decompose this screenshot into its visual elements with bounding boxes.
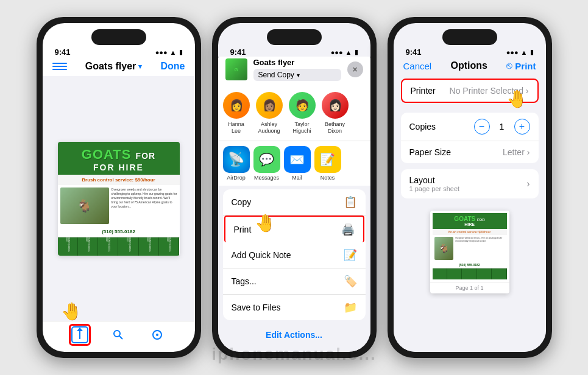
chevron-icon: ▾ bbox=[138, 63, 142, 71]
cancel-button[interactable]: Cancel bbox=[403, 61, 432, 71]
layout-sub: 1 page per sheet bbox=[409, 185, 460, 192]
flyer-strip-5: GOATS (510)555-0182 bbox=[139, 237, 159, 256]
signal-icon-2: ●●● bbox=[331, 49, 343, 56]
mail-label: Mail bbox=[292, 175, 302, 181]
preview-strip-1 bbox=[433, 268, 447, 279]
paper-size-value: Letter › bbox=[503, 147, 530, 157]
preview-subtitle: Brush control service: $80/hour bbox=[433, 229, 507, 235]
copies-decrement[interactable]: − bbox=[474, 119, 490, 135]
preview-image: 🐐 bbox=[434, 237, 454, 260]
flyer-strip-1: GOATS (510)555-0182 bbox=[58, 237, 78, 256]
layout-section: Layout 1 page per sheet › bbox=[401, 169, 539, 198]
preview-phone: (510) 555-0182 bbox=[433, 262, 507, 268]
person-4[interactable]: 👩🏻 BethanyDixon bbox=[322, 92, 349, 135]
print-button[interactable]: Print bbox=[515, 61, 536, 71]
share-title-area: Goats flyer Send Copy ▾ bbox=[253, 58, 341, 81]
copies-row: Copies − 1 + bbox=[401, 113, 539, 141]
person-1[interactable]: 👩 HannaLee bbox=[223, 92, 250, 135]
layout-label: Layout bbox=[409, 175, 460, 185]
app-airdrop[interactable]: 📡 AirDrop bbox=[223, 146, 250, 181]
paper-size-label: Paper Size bbox=[409, 147, 451, 157]
paper-size-row[interactable]: Paper Size Letter › bbox=[401, 141, 539, 163]
copies-count: 1 bbox=[496, 122, 508, 131]
location-button[interactable] bbox=[149, 326, 166, 343]
battery-icon-3: ▮ bbox=[530, 48, 534, 56]
status-bar-3: 9:41 ●●● ▲ ▮ bbox=[394, 45, 546, 57]
flyer-body: 🐐 Overgrown weeds and shrubs can be chal… bbox=[58, 185, 180, 226]
mail-icon: ✉️ bbox=[284, 146, 311, 173]
status-icons-3: ●●● ▲ ▮ bbox=[506, 48, 534, 56]
notes-label: Notes bbox=[321, 175, 335, 181]
flyer-strip-2: GOATS (510)555-0182 bbox=[78, 237, 98, 256]
person-name-1: HannaLee bbox=[228, 121, 244, 135]
preview-hire: HIRE bbox=[435, 222, 505, 226]
battery-icon: ▮ bbox=[179, 48, 183, 56]
preview-strip-5 bbox=[492, 268, 506, 279]
app-mail[interactable]: ✉️ Mail bbox=[284, 146, 311, 181]
list-icon[interactable] bbox=[52, 60, 67, 72]
flyer-strip-3: GOATS (510)555-0182 bbox=[98, 237, 118, 256]
app-messages[interactable]: 💬 Messages bbox=[253, 146, 280, 181]
apps-row: 📡 AirDrop 💬 Messages ✉️ Mail 📝 Notes bbox=[218, 141, 370, 186]
tags-label: Tags... bbox=[232, 276, 257, 286]
printer-row[interactable]: Printer No Printer Selected › bbox=[402, 80, 537, 102]
time-2: 9:41 bbox=[230, 47, 246, 57]
status-bar-1: 9:41 ●●● ▲ ▮ bbox=[43, 45, 195, 57]
chevron-down-icon: ▾ bbox=[297, 72, 300, 79]
preview-body: 🐐 Overgrown weeds and shrubs... Hire our… bbox=[433, 235, 507, 262]
wifi-icon-3: ▲ bbox=[521, 49, 528, 56]
close-button[interactable]: × bbox=[347, 61, 363, 77]
share-button[interactable] bbox=[71, 326, 88, 343]
edit-actions-button[interactable]: Edit Actions... bbox=[218, 324, 370, 346]
app-notes[interactable]: 📝 Notes bbox=[314, 146, 341, 181]
flyer-hire-title: FOR HIRE bbox=[60, 163, 177, 172]
copy-icon: 📋 bbox=[344, 195, 357, 209]
flyer-strip-6: GOATS (510)555-0182 bbox=[159, 237, 179, 256]
save-files-icon: 📁 bbox=[344, 301, 357, 314]
svg-point-3 bbox=[156, 334, 158, 336]
svg-point-0 bbox=[114, 331, 120, 337]
action-quick-note[interactable]: Add Quick Note 📝 bbox=[223, 242, 366, 268]
flyer-header: GOATS FOR FOR HIRE bbox=[58, 142, 180, 175]
share-sheet: G Goats flyer Send Copy ▾ × 👩 bbox=[218, 57, 370, 352]
quick-note-icon: 📝 bbox=[344, 248, 357, 262]
document-content: GOATS FOR FOR HIRE Brush control service… bbox=[43, 76, 195, 321]
person-avatar-4: 👩🏻 bbox=[322, 92, 349, 119]
action-tags[interactable]: Tags... 🏷️ bbox=[223, 268, 366, 295]
person-3[interactable]: 🧑 TaylorHiguchi bbox=[289, 92, 316, 135]
send-copy-dropdown[interactable]: Send Copy ▾ bbox=[253, 69, 341, 81]
action-save-files[interactable]: Save to Files 📁 bbox=[223, 295, 366, 320]
search-icon bbox=[113, 329, 124, 340]
flyer-strips: GOATS (510)555-0182 GOATS (510)555-0182 … bbox=[58, 237, 180, 256]
print-nav: Cancel Options ⎋ Print bbox=[394, 57, 546, 75]
action-list: Copy 📋 Print 🖨️ Add Quick Note 📝 bbox=[223, 189, 366, 320]
layout-label-area: Layout 1 page per sheet bbox=[409, 175, 460, 192]
bottom-toolbar-1 bbox=[43, 321, 195, 352]
flyer-strip-4: GOATS (510)555-0182 bbox=[118, 237, 138, 256]
person-2[interactable]: 👩🏽 AshleyAuduong bbox=[256, 92, 283, 135]
messages-label: Messages bbox=[254, 175, 279, 181]
preview-strip-2 bbox=[447, 268, 462, 279]
person-name-4: BethanyDixon bbox=[325, 121, 345, 135]
print-options: Copies − 1 + Paper Size Letter › bbox=[394, 107, 546, 352]
layout-row[interactable]: Layout 1 page per sheet › bbox=[401, 169, 539, 198]
svg-line-1 bbox=[119, 336, 122, 339]
printer-label: Printer bbox=[411, 86, 436, 96]
action-print[interactable]: Print 🖨️ bbox=[224, 216, 364, 242]
dynamic-island-3 bbox=[442, 29, 497, 45]
share-button-container bbox=[71, 326, 88, 343]
flyer-phone: (510) 555-0182 bbox=[58, 226, 180, 237]
tags-icon: 🏷️ bbox=[344, 275, 357, 288]
preview-strip-3 bbox=[462, 268, 476, 279]
done-button[interactable]: Done bbox=[161, 61, 185, 72]
wifi-icon: ▲ bbox=[170, 49, 177, 56]
action-copy[interactable]: Copy 📋 bbox=[223, 189, 366, 216]
search-button[interactable] bbox=[110, 326, 127, 343]
copies-increment[interactable]: + bbox=[514, 119, 530, 135]
phone-2: 9:41 ●●● ▲ ▮ G Goats flyer bbox=[212, 17, 377, 358]
chevron-right-icon-paper: › bbox=[527, 147, 530, 157]
status-icons-2: ●●● ▲ ▮ bbox=[331, 48, 358, 56]
dynamic-island-2 bbox=[267, 29, 322, 45]
options-title: Options bbox=[451, 60, 487, 71]
action-print-wrapper: Print 🖨️ bbox=[223, 216, 366, 242]
